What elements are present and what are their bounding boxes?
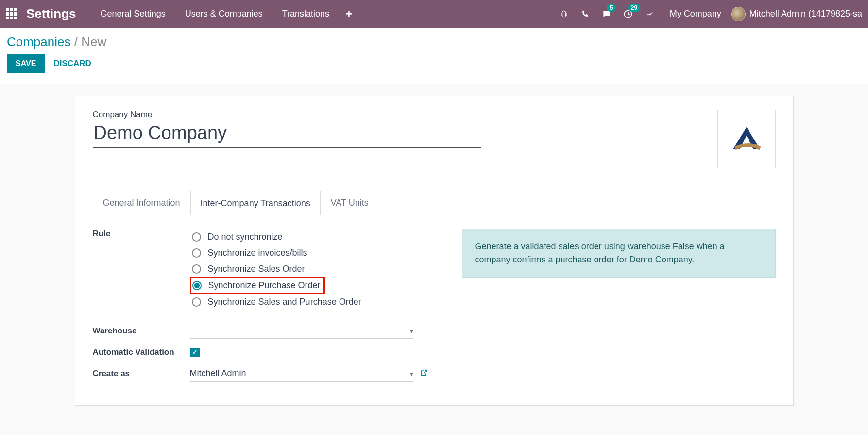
warehouse-label: Warehouse [93,326,190,336]
create-as-label: Create as [93,369,190,379]
avatar[interactable] [731,7,746,21]
discard-button[interactable]: DISCARD [53,59,91,69]
breadcrumb: Companies / New [7,35,861,50]
messaging-icon[interactable]: 5 [596,0,617,28]
radio-icon [192,248,201,258]
add-menu-icon[interactable]: + [339,8,359,20]
rule-option-sync-both[interactable]: Synchronize Sales and Purchase Order [190,294,433,310]
rule-option-do-not-sync[interactable]: Do not synchronize [190,229,433,245]
breadcrumb-root[interactable]: Companies [7,35,71,49]
activity-icon[interactable]: 29 [617,0,639,28]
apps-grid-icon[interactable] [6,8,17,20]
rule-radio-group: Do not synchronize Synchronize invoices/… [190,229,433,310]
radio-icon [192,232,201,242]
rule-option-sync-invoices[interactable]: Synchronize invoices/bills [190,245,433,261]
topbar: Settings General Settings Users & Compan… [0,0,868,28]
company-name-label: Company Name [93,110,481,120]
menu-translations[interactable]: Translations [272,0,339,28]
auto-validation-label: Automatic Validation [93,348,190,357]
company-logo[interactable] [717,110,776,168]
radio-icon [192,297,201,307]
chevron-down-icon: ▾ [410,370,413,378]
info-callout: Generate a validated sales order using w… [462,229,776,278]
control-panel: Companies / New SAVE DISCARD [0,28,868,84]
radio-icon [192,264,201,274]
app-title: Settings [26,6,76,21]
breadcrumb-sep: / [74,35,81,49]
menu-users-companies[interactable]: Users & Companies [175,0,272,28]
rule-label: Rule [93,229,190,239]
debug-icon[interactable] [553,0,575,28]
tab-general-information[interactable]: General Information [93,191,190,215]
create-as-value: Mitchell Admin [190,368,410,379]
form-sheet: Company Name General Information Inter-C… [75,96,794,406]
breadcrumb-current: New [81,35,106,49]
tab-inter-company-transactions[interactable]: Inter-Company Transactions [190,191,321,215]
tab-bar: General Information Inter-Company Transa… [93,191,776,215]
user-menu[interactable]: Mitchell Admin (14179825-sa [749,9,862,19]
company-switcher[interactable]: My Company [660,9,731,19]
phone-icon[interactable] [575,0,596,28]
tools-icon[interactable] [639,0,660,28]
radio-icon [192,281,202,290]
warehouse-value [190,326,410,336]
external-link-icon[interactable] [420,369,428,379]
chevron-down-icon: ▾ [410,327,413,335]
rule-option-sync-purchase[interactable]: Synchronize Purchase Order [190,277,325,294]
warehouse-select[interactable]: ▾ [190,324,413,339]
save-button[interactable]: SAVE [7,54,45,73]
create-as-select[interactable]: Mitchell Admin ▾ [190,366,413,382]
tab-vat-units[interactable]: VAT Units [321,191,379,215]
company-name-input[interactable] [93,122,481,148]
auto-validation-checkbox[interactable] [190,348,200,357]
rule-option-sync-sales[interactable]: Synchronize Sales Order [190,261,433,277]
messaging-badge: 5 [607,4,616,12]
menu-general-settings[interactable]: General Settings [91,0,175,28]
company-logo-icon [730,124,764,154]
